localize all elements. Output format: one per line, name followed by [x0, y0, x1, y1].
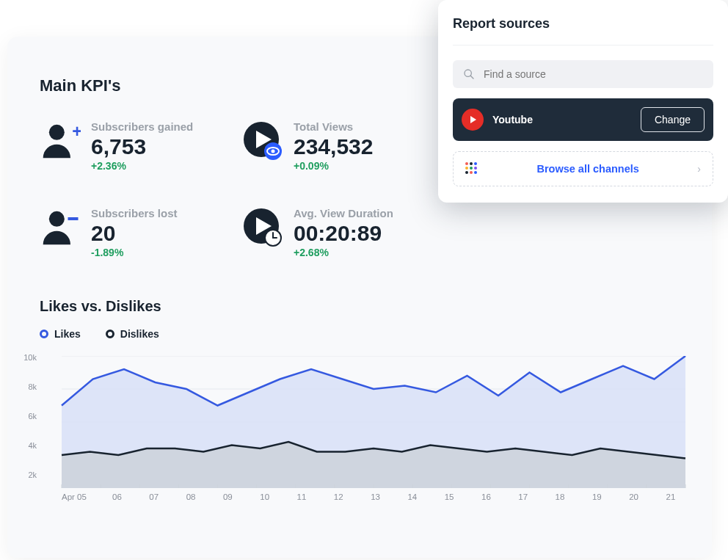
kpi-value: 20 — [91, 221, 178, 245]
change-source-button[interactable]: Change — [641, 107, 705, 132]
source-search-input[interactable] — [453, 60, 713, 88]
xtick: 19 — [578, 492, 615, 501]
legend-label: Dislikes — [120, 328, 159, 340]
legend-ring-icon — [106, 330, 114, 338]
chart-legend: Likes Dislikes — [40, 328, 680, 340]
ytick: 2k — [28, 470, 37, 479]
search-icon — [463, 68, 475, 80]
user-plus-icon: + — [40, 120, 81, 161]
xtick: 08 — [172, 492, 209, 501]
xtick: 07 — [136, 492, 172, 501]
kpi-card-subscribers-gained: + Subscribers gained 6,753 +2.36% — [40, 120, 230, 172]
ytick: 10k — [23, 353, 37, 362]
ytick: 8k — [28, 382, 37, 391]
kpi-label: Avg. View Duration — [294, 207, 393, 219]
chart-section-title: Likes vs. Dislikes — [40, 298, 680, 315]
legend-ring-icon — [40, 330, 48, 338]
youtube-icon — [462, 109, 484, 131]
chevron-right-icon: › — [697, 163, 701, 175]
browse-channels-button[interactable]: Browse all channels › — [453, 151, 713, 186]
xtick: 15 — [431, 492, 467, 501]
kpi-value: 00:20:89 — [294, 221, 393, 245]
kpi-card-avg-duration: Avg. View Duration 00:20:89 +2.68% — [242, 207, 433, 258]
kpi-card-total-views: Total Views 234,532 +0.09% — [242, 120, 433, 172]
kpi-value: 234,532 — [294, 134, 373, 159]
kpi-card-subscribers-lost: Subscribers lost 20 -1.89% — [40, 207, 230, 258]
report-sources-panel: Report sources Youtube Change Browse all… — [438, 0, 728, 203]
xtick: 21 — [652, 492, 689, 501]
kpi-change: +0.09% — [294, 160, 373, 172]
xtick: 18 — [542, 492, 578, 501]
kpi-change: +2.36% — [91, 160, 193, 172]
kpi-value: 6,753 — [91, 134, 193, 159]
play-clock-icon — [242, 207, 283, 248]
svg-point-6 — [272, 150, 275, 153]
xtick: 06 — [98, 492, 135, 501]
kpi-change: -1.89% — [91, 247, 178, 258]
xtick: Apr 05 — [62, 492, 98, 501]
xtick: 12 — [320, 492, 357, 501]
kpi-label: Subscribers gained — [91, 120, 193, 133]
xtick: 16 — [467, 492, 504, 501]
kpi-label: Total Views — [294, 120, 373, 133]
ytick: 4k — [28, 441, 37, 450]
svg-point-0 — [49, 125, 65, 140]
ytick: 6k — [28, 412, 37, 421]
svg-rect-8 — [68, 217, 79, 220]
panel-title: Report sources — [453, 16, 713, 46]
xtick: 09 — [209, 492, 246, 501]
legend-item-dislikes[interactable]: Dislikes — [106, 328, 159, 340]
svg-point-7 — [49, 211, 65, 227]
svg-text:+: + — [72, 122, 81, 141]
browse-label: Browse all channels — [489, 163, 687, 175]
xtick: 20 — [615, 492, 652, 501]
legend-label: Likes — [54, 328, 81, 340]
legend-item-likes[interactable]: Likes — [40, 328, 81, 340]
chart-svg — [40, 356, 689, 488]
svg-line-37 — [470, 76, 473, 79]
grid-dots-icon — [465, 162, 478, 175]
source-row-youtube: Youtube Change — [453, 98, 713, 141]
xtick: 14 — [394, 492, 431, 501]
xtick: 10 — [246, 492, 283, 501]
chart-x-axis: Apr 0506070809101112131415161718192021 — [40, 492, 689, 501]
source-label: Youtube — [492, 114, 632, 126]
user-minus-icon — [40, 207, 81, 248]
xtick: 13 — [357, 492, 393, 501]
search-field[interactable] — [484, 68, 703, 80]
kpi-change: +2.68% — [294, 247, 393, 258]
likes-dislikes-chart: 10k 8k 6k 4k 2k — [40, 356, 689, 488]
xtick: 17 — [505, 492, 542, 501]
xtick: 11 — [283, 492, 320, 501]
play-eye-icon — [242, 120, 283, 161]
kpi-label: Subscribers lost — [91, 207, 178, 219]
